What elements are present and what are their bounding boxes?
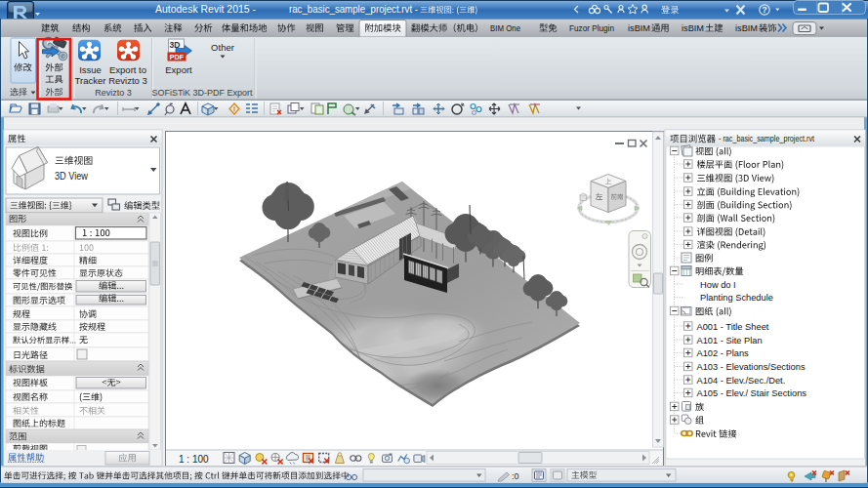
svg-text:BIM One: BIM One [490, 23, 520, 33]
svg-text:?: ? [762, 5, 767, 15]
svg-text:isBIM: isBIM [682, 23, 704, 33]
svg-text:Export to: Export to [109, 64, 146, 75]
svg-text:isBIM: isBIM [628, 23, 650, 33]
svg-text:rac_basic_sample_project.rvt -: rac_basic_sample_project.rvt - [289, 4, 418, 15]
svg-text:3D View: 3D View [55, 171, 89, 182]
svg-text:Tracker: Tracker [75, 75, 106, 86]
svg-text:Revizto 3: Revizto 3 [108, 75, 147, 86]
svg-text:Autodesk Revit 2015 -: Autodesk Revit 2015 - [155, 3, 256, 15]
svg-text:3D: 3D [170, 40, 181, 50]
svg-text::0: :0 [512, 471, 519, 481]
svg-text:PDF: PDF [170, 53, 185, 61]
svg-text:isBIM: isBIM [735, 23, 758, 33]
svg-text:A102 - Plans: A102 - Plans [697, 348, 750, 358]
svg-text:Export: Export [165, 64, 192, 75]
svg-text:A105 - Elev./ Stair Sections: A105 - Elev./ Stair Sections [697, 388, 807, 398]
svg-text:A104 - Elev./Sec./Det.: A104 - Elev./Sec./Det. [697, 376, 786, 386]
svg-text:- rac_basic_sample_project.rvt: - rac_basic_sample_project.rvt [719, 135, 815, 143]
svg-text:Other: Other [211, 42, 234, 53]
svg-text:1 : 100: 1 : 100 [179, 454, 209, 465]
svg-text:SOFiSTiK 3D-PDF Export: SOFiSTiK 3D-PDF Export [152, 88, 253, 98]
svg-text:A103 - Elevations/Sections: A103 - Elevations/Sections [697, 362, 806, 372]
svg-text:Issue: Issue [79, 64, 102, 75]
svg-text:A001 - Title Sheet: A001 - Title Sheet [697, 322, 769, 332]
svg-text:How do I: How do I [700, 280, 736, 290]
svg-text:Revizto 3: Revizto 3 [95, 88, 132, 98]
svg-text:Planting Schedule: Planting Schedule [700, 293, 773, 303]
svg-text:A101 - Site Plan: A101 - Site Plan [697, 336, 763, 346]
svg-text:Fuzor Plugin: Fuzor Plugin [569, 23, 614, 33]
